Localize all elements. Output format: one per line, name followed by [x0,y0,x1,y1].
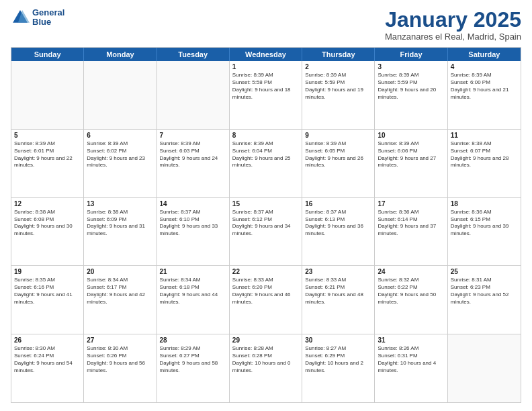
cell-info: Sunrise: 8:39 AMSunset: 6:01 PMDaylight:… [14,140,81,169]
day-number: 9 [305,132,371,139]
calendar-cell: 8Sunrise: 8:39 AMSunset: 6:04 PMDaylight… [230,130,302,197]
cell-info: Sunrise: 8:26 AMSunset: 6:31 PMDaylight:… [378,345,444,374]
calendar-cell: 3Sunrise: 8:39 AMSunset: 5:59 PMDaylight… [375,61,447,129]
day-number: 4 [451,63,518,71]
calendar-header: SundayMondayTuesdayWednesdayThursdayFrid… [11,48,521,61]
day-number: 14 [160,200,226,208]
day-number: 8 [232,132,299,139]
calendar-cell: 12Sunrise: 8:38 AMSunset: 6:08 PMDayligh… [11,198,84,266]
calendar-cell: 19Sunrise: 8:35 AMSunset: 6:16 PMDayligh… [11,266,84,334]
day-number: 28 [160,336,226,344]
cell-info: Sunrise: 8:38 AMSunset: 6:09 PMDaylight:… [87,209,153,238]
cell-info: Sunrise: 8:39 AMSunset: 5:59 PMDaylight:… [305,72,371,101]
calendar-cell: 5Sunrise: 8:39 AMSunset: 6:01 PMDaylight… [11,130,84,197]
day-header-thursday: Thursday [302,48,375,61]
calendar-cell: 31Sunrise: 8:26 AMSunset: 6:31 PMDayligh… [375,334,447,402]
day-number: 30 [305,336,371,344]
logo-line2: Blue [32,17,64,27]
cell-info: Sunrise: 8:31 AMSunset: 6:23 PMDaylight:… [451,277,518,306]
day-header-friday: Friday [375,48,447,61]
cell-info: Sunrise: 8:30 AMSunset: 6:26 PMDaylight:… [87,345,153,374]
location: Manzanares el Real, Madrid, Spain [385,32,521,42]
day-number: 17 [378,200,444,208]
calendar-cell: 10Sunrise: 8:39 AMSunset: 6:06 PMDayligh… [375,130,447,197]
cell-info: Sunrise: 8:33 AMSunset: 6:20 PMDaylight:… [232,277,299,306]
day-number: 18 [451,200,518,208]
logo-text: General Blue [32,8,64,28]
cell-info: Sunrise: 8:37 AMSunset: 6:12 PMDaylight:… [232,209,299,238]
day-number: 24 [378,268,444,275]
day-number: 2 [305,63,371,71]
cell-info: Sunrise: 8:30 AMSunset: 6:24 PMDaylight:… [14,345,81,374]
day-number: 16 [305,200,371,208]
day-number: 13 [87,200,153,208]
calendar-cell: 25Sunrise: 8:31 AMSunset: 6:23 PMDayligh… [448,266,521,334]
calendar-cell: 18Sunrise: 8:36 AMSunset: 6:15 PMDayligh… [448,198,521,266]
cell-info: Sunrise: 8:39 AMSunset: 6:05 PMDaylight:… [305,140,371,169]
cell-info: Sunrise: 8:33 AMSunset: 6:21 PMDaylight:… [305,277,371,306]
month-title: January 2025 [385,8,521,32]
day-number: 15 [232,200,299,208]
calendar-cell: 2Sunrise: 8:39 AMSunset: 5:59 PMDaylight… [302,61,375,129]
cell-info: Sunrise: 8:37 AMSunset: 6:13 PMDaylight:… [305,209,371,238]
day-number: 1 [232,63,299,71]
calendar-cell: 15Sunrise: 8:37 AMSunset: 6:12 PMDayligh… [230,198,302,266]
cell-info: Sunrise: 8:32 AMSunset: 6:22 PMDaylight:… [378,277,444,306]
day-number: 29 [232,336,299,344]
day-number: 5 [14,132,81,139]
day-number: 7 [160,132,226,139]
cell-info: Sunrise: 8:27 AMSunset: 6:29 PMDaylight:… [305,345,371,374]
cell-info: Sunrise: 8:34 AMSunset: 6:18 PMDaylight:… [160,277,226,306]
calendar-cell [11,61,84,129]
calendar-row-3: 19Sunrise: 8:35 AMSunset: 6:16 PMDayligh… [11,265,521,334]
page: General Blue January 2025 Manzanares el … [0,0,532,411]
calendar-cell: 28Sunrise: 8:29 AMSunset: 6:27 PMDayligh… [157,334,230,402]
calendar-cell: 29Sunrise: 8:28 AMSunset: 6:28 PMDayligh… [230,334,302,402]
calendar-row-1: 5Sunrise: 8:39 AMSunset: 6:01 PMDaylight… [11,129,521,197]
cell-info: Sunrise: 8:39 AMSunset: 5:58 PMDaylight:… [232,72,299,101]
calendar-cell: 13Sunrise: 8:38 AMSunset: 6:09 PMDayligh… [84,198,157,266]
day-number: 11 [451,132,518,139]
calendar-cell: 24Sunrise: 8:32 AMSunset: 6:22 PMDayligh… [375,266,447,334]
calendar-cell: 1Sunrise: 8:39 AMSunset: 5:58 PMDaylight… [230,61,302,129]
calendar-cell: 21Sunrise: 8:34 AMSunset: 6:18 PMDayligh… [157,266,230,334]
cell-info: Sunrise: 8:35 AMSunset: 6:16 PMDaylight:… [14,277,81,306]
calendar-cell: 9Sunrise: 8:39 AMSunset: 6:05 PMDaylight… [302,130,375,197]
day-number: 6 [87,132,153,139]
calendar-row-2: 12Sunrise: 8:38 AMSunset: 6:08 PMDayligh… [11,197,521,266]
day-number: 26 [14,336,81,344]
calendar-cell: 20Sunrise: 8:34 AMSunset: 6:17 PMDayligh… [84,266,157,334]
day-header-saturday: Saturday [448,48,521,61]
cell-info: Sunrise: 8:38 AMSunset: 6:07 PMDaylight:… [451,140,518,169]
calendar-cell: 27Sunrise: 8:30 AMSunset: 6:26 PMDayligh… [84,334,157,402]
calendar-cell [84,61,157,129]
day-header-wednesday: Wednesday [230,48,302,61]
calendar-cell [448,334,521,402]
cell-info: Sunrise: 8:39 AMSunset: 6:02 PMDaylight:… [87,140,153,169]
logo: General Blue [11,8,64,28]
cell-info: Sunrise: 8:39 AMSunset: 6:00 PMDaylight:… [451,72,518,101]
logo-line1: General [32,8,64,17]
title-section: January 2025 Manzanares el Real, Madrid,… [385,8,521,42]
cell-info: Sunrise: 8:28 AMSunset: 6:28 PMDaylight:… [232,345,299,374]
day-number: 10 [378,132,444,139]
calendar-cell: 6Sunrise: 8:39 AMSunset: 6:02 PMDaylight… [84,130,157,197]
calendar-cell: 14Sunrise: 8:37 AMSunset: 6:10 PMDayligh… [157,198,230,266]
day-number: 20 [87,268,153,275]
calendar-row-4: 26Sunrise: 8:30 AMSunset: 6:24 PMDayligh… [11,334,521,402]
day-header-monday: Monday [84,48,157,61]
calendar: SundayMondayTuesdayWednesdayThursdayFrid… [11,47,521,403]
calendar-cell [157,61,230,129]
calendar-cell: 26Sunrise: 8:30 AMSunset: 6:24 PMDayligh… [11,334,84,402]
cell-info: Sunrise: 8:37 AMSunset: 6:10 PMDaylight:… [160,209,226,238]
calendar-cell: 11Sunrise: 8:38 AMSunset: 6:07 PMDayligh… [448,130,521,197]
calendar-cell: 22Sunrise: 8:33 AMSunset: 6:20 PMDayligh… [230,266,302,334]
day-header-tuesday: Tuesday [157,48,230,61]
day-number: 21 [160,268,226,275]
calendar-row-0: 1Sunrise: 8:39 AMSunset: 5:58 PMDaylight… [11,61,521,129]
calendar-cell: 7Sunrise: 8:39 AMSunset: 6:03 PMDaylight… [157,130,230,197]
cell-info: Sunrise: 8:36 AMSunset: 6:15 PMDaylight:… [451,209,518,238]
day-number: 12 [14,200,81,208]
cell-info: Sunrise: 8:39 AMSunset: 5:59 PMDaylight:… [378,72,444,101]
calendar-cell: 23Sunrise: 8:33 AMSunset: 6:21 PMDayligh… [302,266,375,334]
